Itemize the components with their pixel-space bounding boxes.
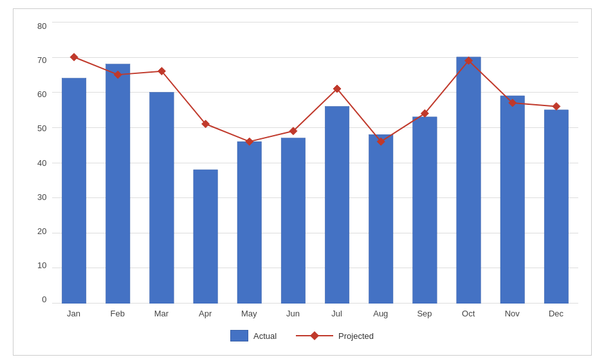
x-axis-label: Jun bbox=[271, 304, 315, 323]
projected-marker bbox=[70, 53, 78, 61]
y-axis-label: 10 bbox=[37, 261, 46, 269]
bars-svg bbox=[52, 22, 578, 304]
y-axis-label: 30 bbox=[37, 193, 46, 201]
legend-projected-line bbox=[296, 332, 333, 339]
bar bbox=[412, 117, 436, 304]
x-axis-label: Sep bbox=[403, 304, 446, 323]
grid-and-bars bbox=[52, 22, 578, 304]
bar bbox=[105, 64, 129, 304]
x-axis-label: Oct bbox=[446, 304, 490, 323]
projected-line-segment bbox=[205, 124, 249, 141]
chart-container: 80706050403020100 JanFebMarAprMayJunJulA… bbox=[13, 8, 592, 356]
projected-marker bbox=[552, 102, 560, 110]
y-axis-label: 20 bbox=[37, 227, 46, 235]
x-axis-label: Jan bbox=[52, 304, 96, 323]
chart-body: JanFebMarAprMayJunJulAugSepOctNovDec bbox=[52, 22, 578, 323]
bar bbox=[456, 57, 480, 304]
bar bbox=[193, 170, 217, 304]
y-axis-label: 40 bbox=[37, 159, 46, 167]
legend-actual-label: Actual bbox=[253, 331, 277, 341]
legend-projected: Projected bbox=[296, 331, 374, 341]
bar bbox=[149, 93, 173, 304]
legend-actual-bar bbox=[230, 330, 248, 341]
chart-area: 80706050403020100 JanFebMarAprMayJunJulA… bbox=[26, 22, 578, 323]
bar bbox=[325, 106, 349, 304]
y-axis-label: 70 bbox=[37, 56, 46, 64]
y-axis-label: 80 bbox=[37, 22, 46, 30]
legend-actual: Actual bbox=[230, 330, 277, 341]
bar bbox=[500, 96, 524, 304]
bar bbox=[237, 141, 261, 304]
x-axis-label: Nov bbox=[490, 304, 534, 323]
bar bbox=[544, 110, 568, 304]
x-axis-label: Apr bbox=[183, 304, 227, 323]
y-axis-label: 50 bbox=[37, 124, 46, 132]
y-axis: 80706050403020100 bbox=[26, 22, 52, 323]
bar bbox=[281, 138, 305, 304]
x-axis-label: Dec bbox=[534, 304, 578, 323]
x-axis-label: Mar bbox=[140, 304, 183, 323]
legend: Actual Projected bbox=[26, 323, 578, 349]
legend-projected-label: Projected bbox=[338, 331, 374, 341]
x-axis-labels: JanFebMarAprMayJunJulAugSepOctNovDec bbox=[52, 304, 578, 323]
x-axis-label: May bbox=[227, 304, 271, 323]
bar bbox=[62, 78, 86, 304]
x-axis-label: Aug bbox=[359, 304, 403, 323]
x-axis-label: Feb bbox=[96, 304, 140, 323]
bar bbox=[369, 134, 392, 304]
x-axis-label: Jul bbox=[315, 304, 359, 323]
y-axis-label: 0 bbox=[42, 295, 46, 304]
y-axis-label: 60 bbox=[37, 90, 46, 98]
legend-diamond bbox=[310, 331, 319, 340]
